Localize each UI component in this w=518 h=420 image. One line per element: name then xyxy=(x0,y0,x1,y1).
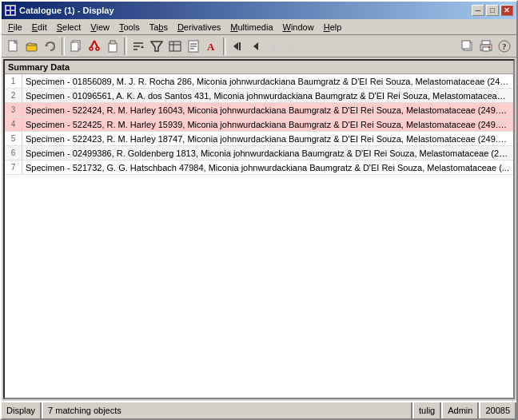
title-bar-left: Catalogue (1) - Display xyxy=(5,5,114,16)
tb-sort-button[interactable] xyxy=(130,38,147,55)
svg-text:?: ? xyxy=(502,42,507,51)
menu-view[interactable]: View xyxy=(86,21,114,34)
tb-undo-button[interactable] xyxy=(42,38,59,55)
svg-rect-41 xyxy=(483,47,489,51)
row-number: 5 xyxy=(5,132,22,145)
row-text: Specimen - 01856089, M. J. R. Rocha 286,… xyxy=(22,77,513,86)
status-user1: tulig xyxy=(412,402,441,418)
row-text: Specimen - 521732, G. G. Hatschbach 4798… xyxy=(22,163,512,172)
tb-sep-1 xyxy=(62,38,65,55)
row-number: 6 xyxy=(5,146,22,160)
menu-derivatives[interactable]: Derivatives xyxy=(173,21,225,34)
tb-sep-2 xyxy=(124,38,127,55)
svg-marker-22 xyxy=(151,42,162,51)
row-text: Specimen - 522424, R. M. Harley 16043, M… xyxy=(22,105,513,115)
content-area: Summary Data 1Specimen - 01856089, M. J.… xyxy=(3,59,515,399)
svg-marker-21 xyxy=(141,46,144,48)
tb-last-button[interactable] xyxy=(284,38,301,55)
status-mode: Display xyxy=(2,402,42,418)
window-icon xyxy=(5,5,16,16)
svg-text:A: A xyxy=(207,41,215,53)
svg-rect-4 xyxy=(11,11,14,14)
toolbar-1: A ? xyxy=(2,35,516,57)
window-controls: ─ □ ✕ xyxy=(472,5,513,16)
table-row[interactable]: 3Specimen - 522424, R. M. Harley 16043, … xyxy=(5,103,513,117)
svg-rect-32 xyxy=(239,42,241,50)
table-header: Summary Data xyxy=(5,61,513,74)
menu-window[interactable]: Window xyxy=(278,21,319,34)
status-count: 7 matching objects xyxy=(42,402,412,418)
row-text: Specimen - 522425, R. M. Harley 15939, M… xyxy=(22,120,513,129)
svg-rect-2 xyxy=(11,6,14,10)
svg-rect-3 xyxy=(6,11,10,14)
table-row[interactable]: 2Specimen - 01096561, A. K. A. dos Santo… xyxy=(5,89,513,103)
tb-prev-button[interactable] xyxy=(247,38,265,55)
tb-open-button[interactable] xyxy=(23,38,41,55)
status-id: 20085 xyxy=(479,402,516,418)
svg-rect-1 xyxy=(6,6,10,10)
svg-rect-17 xyxy=(110,41,115,44)
table-row[interactable]: 5Specimen - 522423, R. M. Harley 18747, … xyxy=(5,132,513,146)
svg-marker-31 xyxy=(233,42,238,50)
main-window: Catalogue (1) - Display ─ □ ✕ File Edit … xyxy=(0,0,518,420)
table-body: 1Specimen - 01856089, M. J. R. Rocha 286… xyxy=(5,74,513,398)
tb-filter-button[interactable] xyxy=(148,38,165,55)
minimize-button[interactable]: ─ xyxy=(472,5,484,16)
svg-rect-16 xyxy=(109,43,117,52)
svg-point-15 xyxy=(96,47,99,50)
tb-table-button[interactable] xyxy=(166,38,184,55)
menu-file[interactable]: File xyxy=(3,21,27,34)
row-text: Specimen - 522423, R. M. Harley 18747, M… xyxy=(22,134,513,144)
window-title: Catalogue (1) - Display xyxy=(19,6,114,15)
menu-multimedia[interactable]: Multimedia xyxy=(225,21,277,34)
tb-sep-3 xyxy=(223,38,226,55)
svg-line-13 xyxy=(94,41,98,47)
svg-rect-11 xyxy=(71,42,78,51)
menu-tools[interactable]: Tools xyxy=(114,21,145,34)
tb-copy2-button[interactable] xyxy=(459,38,476,55)
row-number: 1 xyxy=(5,74,22,88)
maximize-button[interactable]: □ xyxy=(486,5,499,16)
svg-point-42 xyxy=(488,46,490,48)
svg-rect-39 xyxy=(482,41,490,45)
menu-bar: File Edit Select View Tools Tabs Derivat… xyxy=(2,19,516,35)
svg-marker-35 xyxy=(292,42,297,50)
svg-marker-34 xyxy=(272,42,277,50)
row-number: 4 xyxy=(5,117,22,131)
menu-help[interactable]: Help xyxy=(319,21,347,34)
tb-report-button[interactable] xyxy=(185,38,202,55)
row-number: 2 xyxy=(5,89,22,102)
status-user2: Admin xyxy=(441,402,479,418)
tb-paste-button[interactable] xyxy=(104,38,122,55)
table-row[interactable]: 6Specimen - 02499386, R. Goldenberg 1813… xyxy=(5,146,513,160)
row-number: 7 xyxy=(5,160,22,174)
title-bar: Catalogue (1) - Display ─ □ ✕ xyxy=(2,2,516,19)
tb-copy-button[interactable] xyxy=(67,38,85,55)
menu-tabs[interactable]: Tabs xyxy=(145,21,173,34)
menu-edit[interactable]: Edit xyxy=(27,21,52,34)
menu-select[interactable]: Select xyxy=(52,21,86,34)
table-row[interactable]: 1Specimen - 01856089, M. J. R. Rocha 286… xyxy=(5,74,513,89)
row-text: Specimen - 01096561, A. K. A. dos Santos… xyxy=(22,91,513,101)
tb-new-button[interactable] xyxy=(5,38,22,55)
table-row[interactable]: 4Specimen - 522425, R. M. Harley 15939, … xyxy=(5,117,513,132)
svg-rect-23 xyxy=(169,42,181,51)
svg-line-12 xyxy=(91,41,94,47)
row-text: Specimen - 02499386, R. Goldenberg 1813,… xyxy=(22,149,513,158)
row-number: 3 xyxy=(5,103,22,117)
tb-first-button[interactable] xyxy=(229,38,246,55)
tb-cut-button[interactable] xyxy=(86,38,103,55)
status-bar: Display 7 matching objects tulig Admin 2… xyxy=(2,401,516,418)
tb-help-button[interactable]: ? xyxy=(496,38,513,55)
tb-next-button[interactable] xyxy=(265,38,283,55)
svg-rect-36 xyxy=(289,42,291,50)
svg-rect-38 xyxy=(462,41,470,49)
tb-text-button[interactable]: A xyxy=(203,38,221,55)
svg-point-14 xyxy=(90,47,93,50)
close-button[interactable]: ✕ xyxy=(500,5,513,16)
table-row[interactable]: 7Specimen - 521732, G. G. Hatschbach 479… xyxy=(5,160,513,175)
svg-marker-33 xyxy=(253,42,258,50)
tb-print-button[interactable] xyxy=(477,38,495,55)
